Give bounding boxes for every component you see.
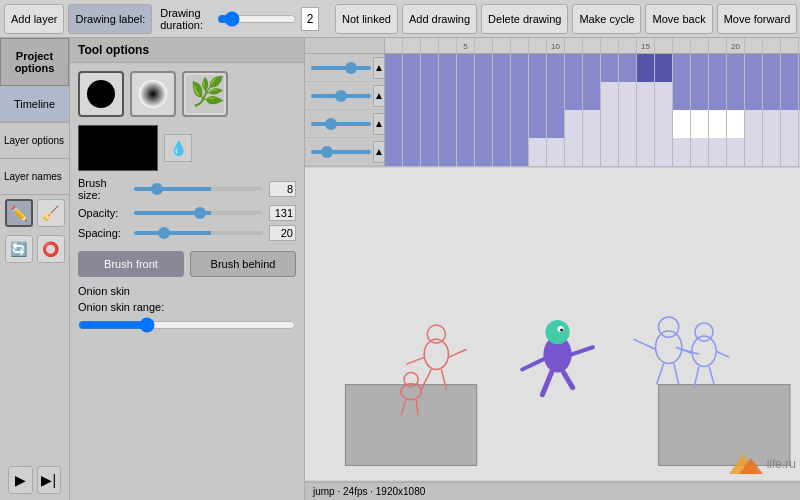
frame-cell-shadow-row-4[interactable]	[457, 110, 475, 138]
frame-cell-shadow-row-7[interactable]	[511, 110, 529, 138]
frame-cell-rough-row-0[interactable]	[385, 138, 403, 166]
frame-cell-cleanup-row-16[interactable]	[673, 54, 691, 82]
frame-cell-rough-row-10[interactable]	[565, 138, 583, 166]
lasso-tool-button[interactable]: 🔄	[5, 235, 33, 263]
frame-cell-shadow-row-20[interactable]	[745, 110, 763, 138]
frame-cell-cleanup-row-13[interactable]	[619, 54, 637, 82]
frame-cell-cleanup-row-20[interactable]	[745, 54, 763, 82]
frame-cell-shadow-row-9[interactable]	[547, 110, 565, 138]
shadow-up-button[interactable]: ▲	[373, 113, 385, 135]
frame-cell-shadow-row-0[interactable]	[385, 110, 403, 138]
frame-cell-cleanup-row-2[interactable]	[421, 54, 439, 82]
frame-cell-cleanup-row-4[interactable]	[457, 54, 475, 82]
frame-cell-rough-row-6[interactable]	[493, 138, 511, 166]
frame-cell-shadow-row-8[interactable]	[529, 110, 547, 138]
frame-cell-rough-row-16[interactable]	[673, 138, 691, 166]
frame-cell-color-row-18[interactable]	[709, 82, 727, 110]
frame-cell-rough-row-12[interactable]	[601, 138, 619, 166]
brush-preset-solid[interactable]	[78, 71, 124, 117]
frame-cell-rough-row-21[interactable]	[763, 138, 781, 166]
frame-cell-shadow-row-22[interactable]	[781, 110, 799, 138]
frame-cell-cleanup-row-9[interactable]	[547, 54, 565, 82]
frame-cell-shadow-row-3[interactable]	[439, 110, 457, 138]
frame-cell-rough-row-11[interactable]	[583, 138, 601, 166]
color-slider[interactable]	[311, 94, 371, 98]
frame-cell-shadow-row-5[interactable]	[475, 110, 493, 138]
frame-cell-rough-row-3[interactable]	[439, 138, 457, 166]
frame-cell-cleanup-row-17[interactable]	[691, 54, 709, 82]
frame-cell-color-row-2[interactable]	[421, 82, 439, 110]
frame-cell-rough-row-19[interactable]	[727, 138, 745, 166]
rough-up-button[interactable]: ▲	[373, 141, 385, 163]
frame-cell-rough-row-7[interactable]	[511, 138, 529, 166]
brush-preset-texture[interactable]: 🌿	[182, 71, 228, 117]
frame-cell-shadow-row-13[interactable]	[619, 110, 637, 138]
frame-cell-cleanup-row-8[interactable]	[529, 54, 547, 82]
frame-cell-color-row-17[interactable]	[691, 82, 709, 110]
frame-cell-cleanup-row-22[interactable]	[781, 54, 799, 82]
pencil-tool-button[interactable]: ✏️	[5, 199, 33, 227]
frame-cell-color-row-22[interactable]	[781, 82, 799, 110]
frame-cell-color-row-14[interactable]	[637, 82, 655, 110]
frame-cell-cleanup-row-3[interactable]	[439, 54, 457, 82]
frame-cell-color-row-3[interactable]	[439, 82, 457, 110]
eyedropper-button[interactable]: 💧	[164, 134, 192, 162]
frame-cell-rough-row-18[interactable]	[709, 138, 727, 166]
frame-cell-color-row-16[interactable]	[673, 82, 691, 110]
rough-slider[interactable]	[311, 150, 371, 154]
frame-cell-cleanup-row-21[interactable]	[763, 54, 781, 82]
frame-cell-rough-row-17[interactable]	[691, 138, 709, 166]
frame-cell-shadow-row-1[interactable]	[403, 110, 421, 138]
make-cycle-button[interactable]: Make cycle	[572, 4, 641, 34]
brush-behind-button[interactable]: Brush behind	[190, 251, 296, 277]
frame-cell-shadow-row-21[interactable]	[763, 110, 781, 138]
timeline-button[interactable]: Timeline	[0, 86, 69, 122]
frame-cell-shadow-row-2[interactable]	[421, 110, 439, 138]
frame-cell-cleanup-row-7[interactable]	[511, 54, 529, 82]
opacity-slider[interactable]	[134, 211, 263, 215]
frame-cell-color-row-20[interactable]	[745, 82, 763, 110]
frame-cell-shadow-row-17[interactable]	[691, 110, 709, 138]
frame-cell-color-row-0[interactable]	[385, 82, 403, 110]
frame-cell-shadow-row-10[interactable]	[565, 110, 583, 138]
frame-cell-color-row-1[interactable]	[403, 82, 421, 110]
fill-tool-button[interactable]: ⭕	[37, 235, 65, 263]
not-linked-button[interactable]: Not linked	[335, 4, 398, 34]
frame-cell-cleanup-row-11[interactable]	[583, 54, 601, 82]
frame-cell-color-row-9[interactable]	[547, 82, 565, 110]
move-forward-button[interactable]: Move forward	[717, 4, 798, 34]
add-drawing-button[interactable]: Add drawing	[402, 4, 477, 34]
delete-drawing-button[interactable]: Delete drawing	[481, 4, 568, 34]
frame-cell-shadow-row-12[interactable]	[601, 110, 619, 138]
eraser-tool-button[interactable]: 🧹	[37, 199, 65, 227]
brush-preset-soft[interactable]	[130, 71, 176, 117]
play-button[interactable]: ▶	[8, 466, 33, 494]
spacing-slider[interactable]	[134, 231, 263, 235]
brush-front-button[interactable]: Brush front	[78, 251, 184, 277]
frame-cell-shadow-row-18[interactable]	[709, 110, 727, 138]
frame-cell-shadow-row-6[interactable]	[493, 110, 511, 138]
frame-cell-rough-row-9[interactable]	[547, 138, 565, 166]
frame-cell-shadow-row-14[interactable]	[637, 110, 655, 138]
frame-cell-color-row-19[interactable]	[727, 82, 745, 110]
frame-cell-color-row-6[interactable]	[493, 82, 511, 110]
frame-cell-color-row-10[interactable]	[565, 82, 583, 110]
frame-cell-color-row-12[interactable]	[601, 82, 619, 110]
frame-cell-rough-row-15[interactable]	[655, 138, 673, 166]
frame-cell-color-row-11[interactable]	[583, 82, 601, 110]
frame-cell-rough-row-1[interactable]	[403, 138, 421, 166]
frame-cell-color-row-15[interactable]	[655, 82, 673, 110]
frame-cell-cleanup-row-6[interactable]	[493, 54, 511, 82]
shadow-slider[interactable]	[311, 122, 371, 126]
frame-cell-color-row-21[interactable]	[763, 82, 781, 110]
frame-cell-shadow-row-11[interactable]	[583, 110, 601, 138]
frame-cell-cleanup-row-19[interactable]	[727, 54, 745, 82]
frame-cell-color-row-8[interactable]	[529, 82, 547, 110]
frame-cell-shadow-row-15[interactable]	[655, 110, 673, 138]
frame-cell-rough-row-4[interactable]	[457, 138, 475, 166]
frame-cell-rough-row-8[interactable]	[529, 138, 547, 166]
frame-cell-rough-row-5[interactable]	[475, 138, 493, 166]
frame-cell-cleanup-row-1[interactable]	[403, 54, 421, 82]
duration-slider[interactable]	[217, 11, 297, 27]
color-up-button[interactable]: ▲	[373, 85, 385, 107]
